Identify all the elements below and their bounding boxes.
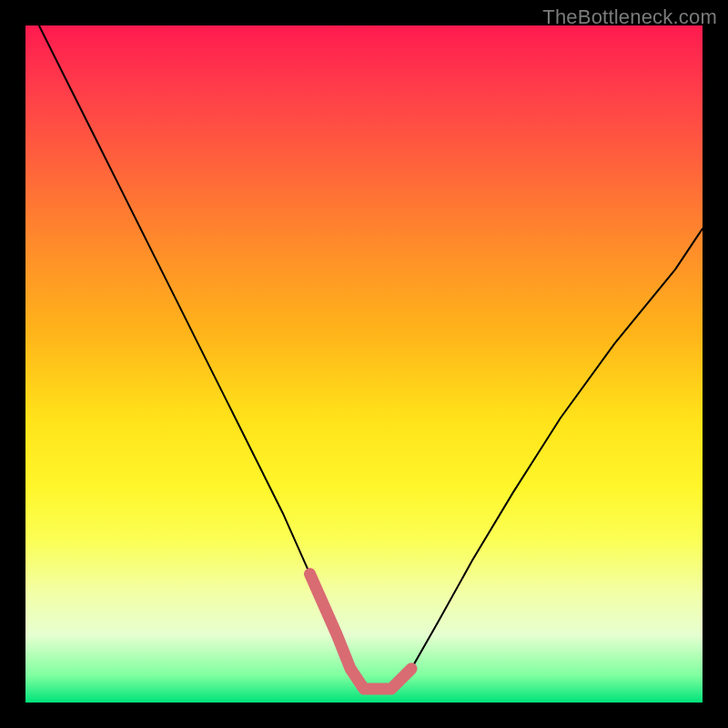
bottleneck-curve xyxy=(39,25,703,689)
curve-overlay xyxy=(25,25,703,703)
watermark-text: TheBottleneck.com xyxy=(542,5,717,29)
chart-frame: TheBottleneck.com xyxy=(0,0,728,728)
plot-area xyxy=(25,25,703,703)
optimal-range-highlight xyxy=(310,574,412,690)
